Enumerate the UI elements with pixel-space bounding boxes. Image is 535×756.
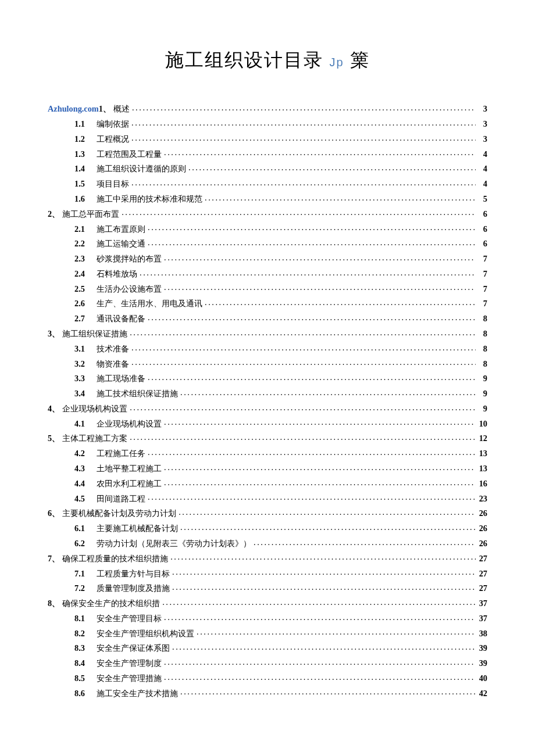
toc-entry-page: 4 bbox=[478, 180, 487, 188]
toc-entry[interactable]: 4、企业现场机构设置9 bbox=[48, 403, 487, 413]
toc-leader-dots bbox=[254, 538, 476, 546]
toc-entry-label: 劳动力计划（见附表三《劳动力计划表》） bbox=[97, 539, 251, 547]
toc-entry[interactable]: 7.1工程质量方针与目标 27 bbox=[48, 568, 487, 578]
toc-entry[interactable]: 5、主体工程施工方案12 bbox=[48, 433, 487, 443]
toc-entry[interactable]: 8.2安全生产管理组织机构设置 38 bbox=[48, 628, 487, 637]
toc-entry-page: 6 bbox=[478, 210, 487, 218]
toc-entry-page: 3 bbox=[478, 120, 487, 128]
toc-entry-number: 8.6 bbox=[74, 689, 97, 697]
toc-entry[interactable]: 3.2物资准备 8 bbox=[48, 358, 487, 368]
toc-entry-number: 8.5 bbox=[74, 674, 97, 682]
toc-entry[interactable]: 1.3工程范围及工程量 4 bbox=[48, 148, 487, 158]
toc-entry[interactable]: 6.2劳动力计划（见附表三《劳动力计划表》） 26 bbox=[48, 538, 487, 548]
toc-entry-label: 确保工程质量的技术组织措施 bbox=[62, 554, 168, 562]
toc-entry[interactable]: 2.2施工运输交通 6 bbox=[48, 238, 487, 248]
toc-entry-number: 2.1 bbox=[74, 225, 97, 233]
toc-entry[interactable]: 1.4施工组织设计遵循的原则 4 bbox=[48, 163, 487, 173]
toc-entry-number: 3、 bbox=[48, 329, 60, 338]
toc-entry-label: 主体工程施工方案 bbox=[62, 434, 127, 442]
toc-entry-label: 施工现场准备 bbox=[97, 374, 145, 382]
toc-leader-dots bbox=[140, 268, 476, 277]
toc-entry-label: 施工技术组织保证措施 bbox=[97, 389, 178, 397]
toc-entry-number: 3.4 bbox=[74, 389, 97, 397]
toc-entry[interactable]: 4.4农田水利工程施工16 bbox=[48, 478, 487, 488]
toc-entry[interactable]: 2.4石料堆放场 7 bbox=[48, 268, 487, 278]
toc-entry-label: 农田水利工程施工 bbox=[97, 479, 162, 488]
toc-entry[interactable]: 2.7通讯设备配备 8 bbox=[48, 313, 487, 323]
toc-entry[interactable]: Azhulong.com1、概述 3 bbox=[48, 103, 487, 113]
toc-leader-dots bbox=[148, 448, 476, 456]
toc-leader-dots bbox=[164, 613, 476, 621]
toc-entry[interactable]: 4.5田间道路工程 23 bbox=[48, 493, 487, 503]
toc-entry[interactable]: 2.3砂浆搅拌站的布置 7 bbox=[48, 253, 487, 263]
toc-leader-dots bbox=[197, 628, 476, 636]
toc-entry[interactable]: 7、确保工程质量的技术组织措施27 bbox=[48, 553, 487, 562]
toc-entry[interactable]: 3、施工组织保证措施8 bbox=[48, 328, 487, 338]
toc-entry-label: 确保安全生产的技术组织措 bbox=[62, 599, 160, 607]
toc-entry-number: 8、 bbox=[48, 599, 60, 607]
toc-entry[interactable]: 1.1编制依据 3 bbox=[48, 119, 487, 128]
toc-leader-dots bbox=[148, 223, 476, 231]
toc-entry-label: 土地平整工程施工 bbox=[97, 464, 162, 472]
toc-entry[interactable]: 4.3土地平整工程施工13 bbox=[48, 463, 487, 473]
toc-entry-number: 1.3 bbox=[74, 150, 97, 158]
toc-entry-number: Azhulong.com1、 bbox=[48, 105, 111, 113]
toc-entry[interactable]: 2.6生产、生活用水、用电及通讯 7 bbox=[48, 298, 487, 308]
toc-entry-page: 42 bbox=[478, 689, 487, 697]
toc-entry[interactable]: 6.1主要施工机械配备计划 26 bbox=[48, 523, 487, 533]
toc-entry[interactable]: 4.2工程施工任务 13 bbox=[48, 448, 487, 458]
toc-entry[interactable]: 3.3施工现场准备 9 bbox=[48, 373, 487, 383]
toc-entry-number: 6.1 bbox=[74, 524, 97, 532]
toc-entry-label: 施工组织设计遵循的原则 bbox=[97, 164, 186, 173]
toc-leader-dots bbox=[130, 433, 476, 441]
toc-entry[interactable]: 4.1企业现场机构设置 10 bbox=[48, 418, 487, 428]
toc-entry-number: 2.2 bbox=[74, 239, 97, 248]
toc-leader-dots bbox=[162, 598, 476, 606]
toc-entry-page: 10 bbox=[478, 420, 487, 428]
toc-entry-number: 1.4 bbox=[74, 164, 97, 173]
toc-leader-dots bbox=[130, 328, 476, 336]
toc-entry-label: 通讯设备配备 bbox=[97, 314, 145, 323]
toc-entry[interactable]: 2、施工总平面布置6 bbox=[48, 208, 487, 218]
toc-entry[interactable]: 2.5生活办公设施布置 7 bbox=[48, 283, 487, 293]
toc-entry[interactable]: 2.1施工布置原则 6 bbox=[48, 223, 487, 233]
toc-entry-number: 4.2 bbox=[74, 449, 97, 457]
toc-entry-label: 安全生产管理措施 bbox=[97, 674, 162, 682]
toc-entry[interactable]: 1.5项目目标 4 bbox=[48, 178, 487, 188]
toc-entry[interactable]: 8.3安全生产保证体系图 39 bbox=[48, 643, 487, 653]
toc-entry[interactable]: 3.4施工技术组织保证措施 9 bbox=[48, 388, 487, 398]
toc-entry-label: 安全生产管理目标 bbox=[97, 614, 162, 622]
toc-entry[interactable]: 3.1技术准备 8 bbox=[48, 343, 487, 353]
toc-entry-number: 2.3 bbox=[74, 255, 97, 263]
toc-entry-page: 9 bbox=[478, 374, 487, 382]
toc-entry[interactable]: 8.1安全生产管理目标 37 bbox=[48, 613, 487, 623]
toc-entry-number: 2.7 bbox=[74, 314, 97, 323]
toc-entry-page: 3 bbox=[478, 135, 487, 143]
toc-entry[interactable]: 1.6施工中采用的技术标准和规范 5 bbox=[48, 194, 487, 203]
toc-entry[interactable]: 8.6施工安全生产技术措施 42 bbox=[48, 687, 487, 697]
toc-leader-dots bbox=[179, 508, 476, 516]
toc-leader-dots bbox=[180, 687, 476, 696]
toc-entry-page: 40 bbox=[478, 674, 487, 682]
toc-leader-dots bbox=[172, 583, 476, 591]
toc-entry-page: 39 bbox=[478, 644, 487, 652]
toc-entry-number: 4.4 bbox=[74, 479, 97, 488]
toc-entry[interactable]: 6、主要机械配备计划及劳动力计划26 bbox=[48, 508, 487, 518]
toc-entry-page: 27 bbox=[478, 554, 487, 562]
toc-entry[interactable]: 8.5安全生产管理措施 40 bbox=[48, 673, 487, 683]
toc-entry-page: 7 bbox=[478, 299, 487, 307]
toc-entry-number: 1.5 bbox=[74, 180, 97, 188]
toc-entry[interactable]: 1.2工程概况 3 bbox=[48, 134, 487, 144]
toc-entry-page: 8 bbox=[478, 360, 487, 368]
toc-entry-page: 37 bbox=[478, 614, 487, 622]
toc-entry-page: 9 bbox=[478, 404, 487, 413]
title-main: 施工组织设计目录 bbox=[165, 49, 323, 70]
toc-entry[interactable]: 7.2质量管理制度及措施 27 bbox=[48, 583, 487, 593]
toc-leader-dots bbox=[131, 119, 476, 127]
toc-leader-dots bbox=[164, 283, 476, 291]
toc-entry[interactable]: 8、确保安全生产的技术组织措37 bbox=[48, 598, 487, 608]
toc-entry-label: 质量管理制度及措施 bbox=[97, 584, 170, 592]
toc-entry-number: 6.2 bbox=[74, 539, 97, 547]
toc-entry-number: 7.2 bbox=[74, 584, 97, 592]
toc-entry[interactable]: 8.4安全生产管理制度 39 bbox=[48, 658, 487, 668]
